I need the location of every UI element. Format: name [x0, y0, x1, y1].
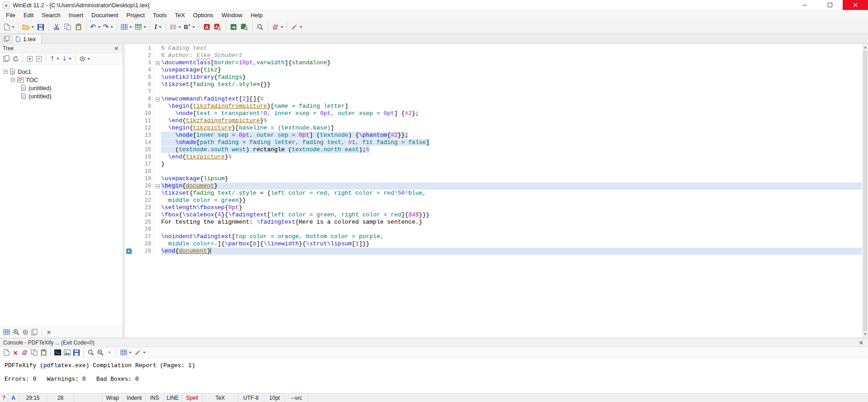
redo-button[interactable]: ↷: [102, 22, 115, 33]
minimize-button[interactable]: [792, 0, 817, 10]
dropdown-arrow-icon[interactable]: [143, 26, 146, 28]
tab-list-icon[interactable]: [1, 34, 11, 43]
code-line-13[interactable]: 13 \node[inner sep = 0pt, outer sep = 0p…: [125, 132, 862, 139]
menu-project[interactable]: Project: [122, 10, 148, 20]
code-line-4[interactable]: 4\usepackage{tikz}: [125, 67, 862, 74]
dropdown-arrow-icon[interactable]: [69, 58, 72, 60]
editor[interactable]: 1% Fading text2% Author: Elke Schubert3\…: [125, 44, 868, 338]
menu-search[interactable]: Search: [38, 10, 64, 20]
insert-matrix-button[interactable]: [134, 22, 148, 33]
code-line-3[interactable]: 3\documentclass[border=10pt,varwidth]{st…: [125, 59, 862, 67]
console-erase-button[interactable]: [20, 348, 29, 357]
status-indent-toggle[interactable]: Indent: [123, 393, 146, 402]
console-close-output-button[interactable]: ×: [11, 348, 20, 357]
dropdown-arrow-icon[interactable]: [192, 26, 195, 28]
code-line-2[interactable]: 2% Author: Elke Schubert: [125, 52, 862, 59]
menu-tex[interactable]: TeX: [171, 10, 189, 20]
expander-icon[interactable]: [11, 78, 15, 82]
texify-button[interactable]: [228, 22, 239, 33]
menu-tools[interactable]: Tools: [149, 10, 171, 20]
dropdown-arrow-icon[interactable]: [143, 352, 146, 354]
console-paste-button[interactable]: [39, 348, 48, 357]
dropdown-arrow-icon[interactable]: [281, 26, 283, 28]
scrollbar-thumb[interactable]: [863, 51, 867, 331]
status-encoding[interactable]: UTF-8: [238, 393, 264, 402]
status-caret-position[interactable]: 29:15: [19, 393, 47, 402]
insert-list-button[interactable]: [168, 22, 182, 33]
fold-collapse-icon[interactable]: [156, 184, 160, 188]
new-document-button[interactable]: [2, 22, 16, 33]
console-save-button[interactable]: [72, 348, 81, 357]
code-line-9[interactable]: 9 \begin{tikzfadingfrompicture}[name = f…: [125, 103, 862, 110]
status-spacer[interactable]: [309, 393, 868, 402]
expander-icon[interactable]: [4, 70, 8, 74]
tree-refresh-button[interactable]: [11, 54, 20, 63]
code-line-6[interactable]: 6\tikzset{fading text/.style={}}: [125, 81, 862, 88]
menu-window[interactable]: Window: [217, 10, 246, 20]
macros-button[interactable]: [290, 22, 304, 33]
code-line-19[interactable]: 19\usepackage{lipsum}: [125, 175, 862, 182]
editor-vertical-scrollbar[interactable]: [862, 44, 868, 338]
code-line-7[interactable]: 7: [125, 88, 862, 96]
code-line-29[interactable]: 29\end{document}: [125, 248, 862, 255]
dropdown-arrow-icon[interactable]: [129, 26, 132, 28]
console-doc-button[interactable]: [2, 348, 11, 357]
code-line-26[interactable]: 26: [125, 226, 862, 233]
menu-file[interactable]: File: [2, 10, 19, 20]
undo-button[interactable]: ↶: [89, 22, 102, 33]
code-line-8[interactable]: 8\newcommand\fadingtext[2][]{%: [125, 96, 862, 103]
dropdown-arrow-icon[interactable]: [129, 352, 132, 354]
console-table-button[interactable]: [119, 348, 133, 357]
status-line-mode[interactable]: LINE: [164, 393, 182, 402]
code-line-14[interactable]: 14 \shade[path fading = fading letter, f…: [125, 139, 862, 146]
panel-close-button[interactable]: ×: [44, 328, 53, 337]
status-line-count[interactable]: 28: [47, 393, 74, 402]
status-insert-mode[interactable]: INS: [146, 393, 164, 402]
dropdown-arrow-icon[interactable]: [159, 26, 162, 28]
status-font-size-indicator[interactable]: 10pt: [264, 393, 285, 402]
console-find-button[interactable]: [86, 348, 95, 357]
console-macros-button[interactable]: [133, 348, 147, 357]
insert-symbol-button[interactable]: B+: [182, 22, 196, 33]
dropdown-arrow-icon[interactable]: [12, 26, 14, 28]
maximize-button[interactable]: [817, 0, 843, 10]
code-line-20[interactable]: 20\begin{document}: [125, 182, 862, 190]
code-line-28[interactable]: 28 middle color=.]{\parbox[b]{\linewidth…: [125, 240, 862, 248]
dropdown-arrow-icon[interactable]: [31, 26, 34, 28]
status-help[interactable]: ?: [0, 393, 8, 402]
open-file-button[interactable]: [21, 22, 35, 33]
code-line-1[interactable]: 1% Fading text: [125, 45, 862, 52]
code-line-11[interactable]: 11 \end{tikzfadingfrompicture}%: [125, 117, 862, 124]
code-line-5[interactable]: 5\usetikzlibrary{fadings}: [125, 74, 862, 81]
code-line-22[interactable]: 22 middle color = green}}: [125, 197, 862, 204]
dvi-viewer-button[interactable]: [239, 22, 250, 33]
code-line-18[interactable]: 18: [125, 168, 862, 175]
status-wrap-toggle[interactable]: Wrap: [102, 393, 123, 402]
menu-options[interactable]: Options: [189, 10, 218, 20]
panel-layout-button[interactable]: [2, 328, 11, 337]
code-line-10[interactable]: 10 \node[text = transparent!0, inner xse…: [125, 110, 862, 117]
dropdown-arrow-icon[interactable]: [87, 58, 90, 60]
code-line-12[interactable]: 12 \begin{tikzpicture}[baseline = (textn…: [125, 124, 862, 132]
tree-item-untitled[interactable]: (untitled): [0, 92, 123, 100]
code-line-15[interactable]: 15 (textnode.south west) rectangle (text…: [125, 146, 862, 153]
status-modified-indicator[interactable]: [74, 393, 102, 402]
close-button[interactable]: [843, 0, 868, 10]
pdf-viewer-button[interactable]: [212, 22, 223, 33]
code-line-16[interactable]: 16 \end{tikzpicture}%: [125, 153, 862, 161]
panel-edit-button[interactable]: [30, 328, 39, 337]
code-line-25[interactable]: 25For testing the alignment: \fadingtext…: [125, 219, 862, 226]
dropdown-arrow-icon[interactable]: [98, 26, 100, 28]
tree-new-button[interactable]: [2, 54, 11, 63]
menu-help[interactable]: Help: [247, 10, 267, 20]
scroll-down-icon[interactable]: [864, 333, 867, 335]
code-area[interactable]: 1% Fading text2% Author: Elke Schubert3\…: [125, 44, 862, 255]
tree-item-doc1[interactable]: ?Doc1: [0, 67, 123, 76]
tree-options-button[interactable]: [78, 54, 91, 63]
panel-gather-button[interactable]: [21, 328, 30, 337]
code-line-23[interactable]: 23\setlength\fboxsep{0pt}: [125, 204, 862, 211]
erase-output-button[interactable]: [271, 22, 285, 33]
tab-1tex[interactable]: 1.tex: [12, 34, 42, 43]
panel-search-button[interactable]: [11, 328, 21, 337]
dropdown-arrow-icon[interactable]: [178, 26, 181, 28]
